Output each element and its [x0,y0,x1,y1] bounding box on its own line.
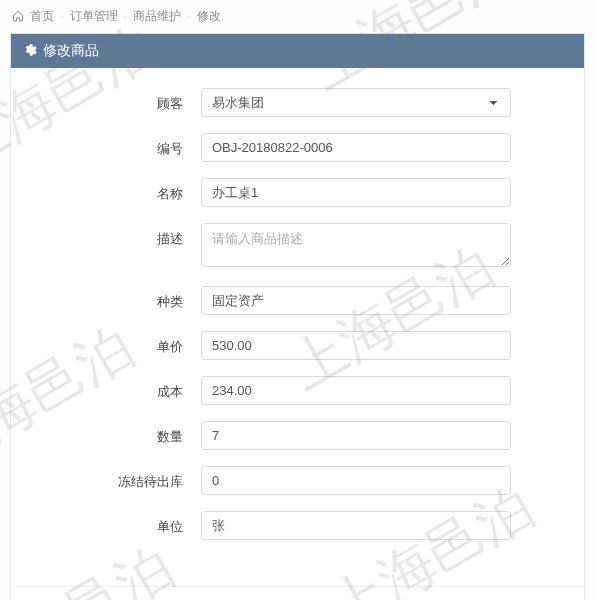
name-input[interactable] [201,178,511,207]
label-category: 种类 [41,286,201,311]
frozen-input[interactable] [201,466,511,495]
code-input[interactable] [201,133,511,162]
label-cost: 成本 [41,376,201,401]
label-frozen: 冻结待出库 [41,466,201,491]
row-unit: 单位 [41,511,554,540]
category-input[interactable] [201,286,511,315]
panel-header: 修改商品 [11,34,584,68]
breadcrumb-level2[interactable]: 商品维护 [133,8,181,25]
label-name: 名称 [41,178,201,203]
label-price: 单价 [41,331,201,356]
qty-input[interactable] [201,421,511,450]
panel-title: 修改商品 [43,42,99,60]
label-desc: 描述 [41,223,201,248]
button-bar: 保存 返回列表 [11,586,584,600]
breadcrumb-level1[interactable]: 订单管理 [70,8,118,25]
row-frozen: 冻结待出库 [41,466,554,495]
breadcrumb: 首页 ◦ 订单管理 ◦ 商品维护 ◦ 修改 [0,0,595,33]
price-input[interactable] [201,331,511,360]
customer-select[interactable]: 易水集团 [201,88,511,117]
row-category: 种类 [41,286,554,315]
form-area: 顾客 易水集团 编号 名称 描述 种类 [11,68,584,576]
row-name: 名称 [41,178,554,207]
unit-input[interactable] [201,511,511,540]
breadcrumb-current: 修改 [197,8,221,25]
cost-input[interactable] [201,376,511,405]
gear-icon [23,43,37,60]
label-code: 编号 [41,133,201,158]
row-customer: 顾客 易水集团 [41,88,554,117]
home-icon [12,10,24,24]
row-code: 编号 [41,133,554,162]
breadcrumb-sep: ◦ [187,11,191,22]
breadcrumb-home[interactable]: 首页 [30,8,54,25]
row-cost: 成本 [41,376,554,405]
label-unit: 单位 [41,511,201,536]
row-price: 单价 [41,331,554,360]
breadcrumb-sep: ◦ [124,11,128,22]
edit-product-panel: 修改商品 顾客 易水集团 编号 名称 描述 [10,33,585,600]
label-qty: 数量 [41,421,201,446]
label-customer: 顾客 [41,88,201,113]
breadcrumb-sep: ◦ [60,11,64,22]
row-desc: 描述 [41,223,554,270]
row-qty: 数量 [41,421,554,450]
desc-textarea[interactable] [201,223,511,267]
